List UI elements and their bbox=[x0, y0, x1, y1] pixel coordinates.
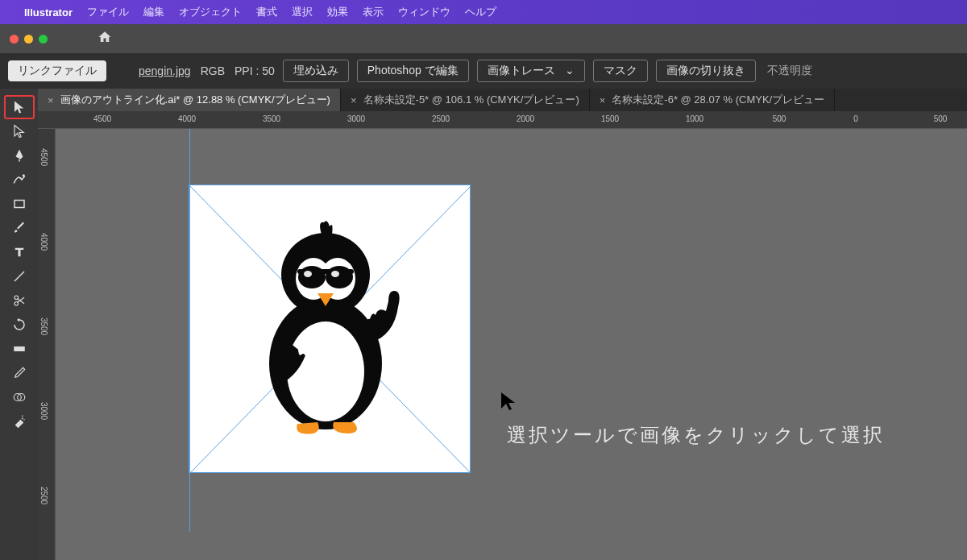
eyedropper-tool[interactable] bbox=[4, 361, 35, 385]
opacity-label: 不透明度 bbox=[767, 64, 812, 78]
ppi-label: PPI : 50 bbox=[234, 64, 275, 77]
ruler-tick-label: 4500 bbox=[39, 148, 48, 166]
menu-select[interactable]: 選択 bbox=[292, 5, 313, 19]
image-trace-label: 画像トレース bbox=[488, 64, 555, 77]
width-tool[interactable] bbox=[4, 337, 35, 361]
svg-rect-1 bbox=[15, 201, 24, 208]
edit-in-photoshop-button[interactable]: Photoshop で編集 bbox=[357, 60, 469, 82]
tab-close-icon[interactable]: × bbox=[48, 94, 54, 106]
shape-builder-tool[interactable] bbox=[4, 385, 35, 409]
ruler-horizontal[interactable]: 4500 4000 3500 3000 2500 2000 1500 1000 … bbox=[38, 111, 967, 129]
ruler-tick-label: 0 bbox=[853, 114, 858, 123]
ruler-tick-label: 2500 bbox=[432, 114, 450, 123]
ruler-tick-label: 1500 bbox=[601, 114, 619, 123]
color-mode-label: RGB bbox=[201, 64, 225, 77]
ruler-tick-label: 3500 bbox=[39, 317, 48, 335]
tab-close-icon[interactable]: × bbox=[351, 94, 357, 106]
ruler-tick-label: 4000 bbox=[39, 233, 48, 251]
menu-help[interactable]: ヘルプ bbox=[465, 5, 496, 19]
menu-edit[interactable]: 編集 bbox=[143, 5, 164, 19]
svg-point-16 bbox=[298, 266, 326, 288]
svg-line-2 bbox=[15, 272, 24, 281]
filename-label[interactable]: pengin.jpg bbox=[139, 64, 191, 77]
curvature-tool[interactable] bbox=[4, 168, 35, 192]
rectangle-tool[interactable] bbox=[4, 192, 35, 216]
ruler-tick-label: 3000 bbox=[39, 402, 48, 420]
menubar: Illustrator ファイル 編集 オブジェクト 書式 選択 効果 表示 ウ… bbox=[0, 0, 967, 24]
control-bar: リンクファイル pengin.jpg RGB PPI : 50 埋め込み Pho… bbox=[0, 53, 967, 89]
menu-view[interactable]: 表示 bbox=[363, 5, 384, 19]
window-titlebar bbox=[0, 24, 967, 53]
svg-point-17 bbox=[326, 266, 353, 288]
ruler-vertical[interactable]: 4500 4000 3500 3000 2500 bbox=[38, 129, 56, 560]
minimize-window-button[interactable] bbox=[24, 35, 33, 44]
canvas[interactable]: 選択ツールで画像をクリックして選択 bbox=[56, 129, 967, 560]
document-tab[interactable]: × 名称未設定-5* @ 106.1 % (CMYK/プレビュー) bbox=[341, 89, 590, 111]
placed-image-selection[interactable] bbox=[189, 185, 471, 473]
document-tabs: × 画像のアウトライン化.ai* @ 12.88 % (CMYK/プレビュー) … bbox=[38, 89, 967, 111]
tab-label: 画像のアウトライン化.ai* @ 12.88 % (CMYK/プレビュー) bbox=[60, 93, 330, 107]
selection-tool[interactable] bbox=[4, 95, 35, 119]
penguin-image bbox=[237, 214, 422, 443]
paintbrush-tool[interactable] bbox=[4, 216, 35, 240]
menu-window[interactable]: ウィンドウ bbox=[398, 5, 450, 19]
direct-selection-tool[interactable] bbox=[4, 119, 35, 143]
app-name[interactable]: Illustrator bbox=[24, 6, 73, 19]
ruler-tick-label: 500 bbox=[934, 114, 948, 123]
svg-point-0 bbox=[22, 174, 24, 176]
workspace: × 画像のアウトライン化.ai* @ 12.88 % (CMYK/プレビュー) … bbox=[38, 89, 967, 560]
annotation-text: 選択ツールで画像をクリックして選択 bbox=[507, 422, 885, 448]
menu-object[interactable]: オブジェクト bbox=[179, 5, 242, 19]
tab-label: 名称未設定-6* @ 28.07 % (CMYK/プレビュー bbox=[612, 93, 824, 107]
line-tool[interactable] bbox=[4, 264, 35, 288]
ruler-tick-label: 2500 bbox=[39, 487, 48, 504]
ruler-tick-label: 500 bbox=[773, 114, 786, 123]
svg-point-18 bbox=[304, 271, 312, 277]
home-icon[interactable] bbox=[98, 30, 112, 48]
ruler-tick-label: 4500 bbox=[93, 114, 111, 123]
image-trace-dropdown[interactable]: 画像トレース ⌄ bbox=[477, 60, 585, 82]
svg-point-19 bbox=[331, 271, 339, 277]
pen-tool[interactable] bbox=[4, 143, 35, 168]
ruler-tick-label: 3000 bbox=[347, 114, 365, 123]
svg-point-11 bbox=[287, 321, 364, 421]
ruler-tick-label: 3500 bbox=[263, 114, 280, 123]
svg-rect-5 bbox=[14, 346, 25, 351]
tab-label: 名称未設定-5* @ 106.1 % (CMYK/プレビュー) bbox=[363, 93, 579, 107]
menu-effect[interactable]: 効果 bbox=[327, 5, 348, 19]
chevron-down-icon: ⌄ bbox=[565, 64, 575, 77]
mask-button[interactable]: マスク bbox=[593, 60, 648, 82]
rotate-tool[interactable] bbox=[4, 313, 35, 337]
ruler-tick-label: 1000 bbox=[686, 114, 703, 123]
menu-type[interactable]: 書式 bbox=[256, 5, 277, 19]
traffic-lights bbox=[10, 35, 48, 44]
tab-close-icon[interactable]: × bbox=[600, 94, 606, 106]
close-window-button[interactable] bbox=[10, 35, 19, 44]
linked-file-chip[interactable]: リンクファイル bbox=[8, 60, 106, 81]
embed-button[interactable]: 埋め込み bbox=[283, 60, 349, 82]
type-tool[interactable] bbox=[4, 240, 35, 264]
tools-panel bbox=[0, 89, 38, 560]
scissors-tool[interactable] bbox=[4, 288, 35, 313]
annotation-cursor-icon bbox=[499, 391, 518, 413]
crop-image-button[interactable]: 画像の切り抜き bbox=[656, 60, 756, 82]
ruler-tick-label: 4000 bbox=[178, 114, 196, 123]
ruler-tick-label: 2000 bbox=[517, 114, 534, 123]
maximize-window-button[interactable] bbox=[39, 35, 48, 44]
symbol-sprayer-tool[interactable] bbox=[4, 409, 35, 433]
menu-file[interactable]: ファイル bbox=[87, 5, 129, 19]
file-info: pengin.jpg RGB PPI : 50 bbox=[139, 64, 275, 77]
document-tab[interactable]: × 名称未設定-6* @ 28.07 % (CMYK/プレビュー bbox=[590, 89, 835, 111]
document-tab[interactable]: × 画像のアウトライン化.ai* @ 12.88 % (CMYK/プレビュー) bbox=[38, 89, 341, 111]
